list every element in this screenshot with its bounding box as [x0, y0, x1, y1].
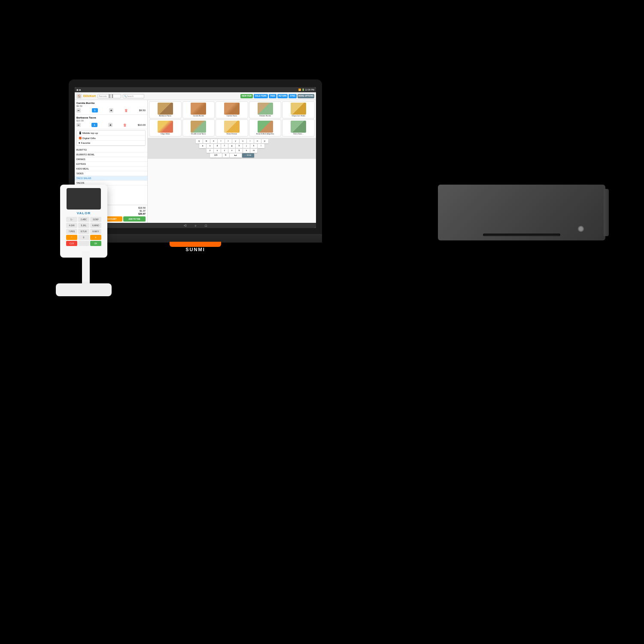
category-burrito[interactable]: BURITTO	[75, 148, 147, 152]
app-logo: EEkiKart	[83, 94, 96, 97]
list-item[interactable]: Chicken Burrito	[249, 101, 282, 118]
key-g[interactable]: g	[228, 144, 235, 148]
status-left: ▣ ◉	[76, 88, 81, 91]
key-v[interactable]: v	[228, 149, 235, 153]
key-space[interactable]: ⌴	[230, 153, 242, 158]
key-w[interactable]: w	[203, 139, 210, 143]
key-o[interactable]: o	[254, 139, 261, 143]
key-special[interactable]: !#	[222, 153, 229, 158]
return-button[interactable]: RETURN	[277, 94, 288, 98]
key-e[interactable]: e	[210, 139, 217, 143]
list-item[interactable]: Extra Guac...	[282, 119, 315, 137]
key-p[interactable]: p	[261, 139, 268, 143]
list-item[interactable]: Extra Grilled Jalapeños	[249, 119, 282, 137]
gift-icon: 🎁	[79, 137, 82, 140]
tax-value: $1.37	[140, 210, 146, 212]
key-a[interactable]: a	[199, 144, 206, 148]
reader-key-9[interactable]: 9.WXY	[90, 229, 101, 234]
subtotal-value: $19.50	[138, 207, 146, 209]
scene: ▣ ◉ 📶 🔋 12:38 PM 🏠 EEkiKart Barco	[0, 0, 644, 644]
home-button[interactable]: 🏠	[76, 94, 82, 99]
key-y[interactable]: y	[232, 139, 239, 143]
reader-key-8[interactable]: 8.TUV	[78, 229, 89, 234]
barcode-input[interactable]: Barcode ▐║▌	[97, 94, 121, 98]
barcode-icon: ▐║▌	[108, 94, 114, 97]
reader-key-2[interactable]: 2.ABC	[78, 217, 89, 222]
category-drinks[interactable]: DRINKS	[75, 157, 147, 162]
monitor-brand-label: SUNMI	[185, 247, 205, 252]
qty-increase-button[interactable]: +	[109, 108, 113, 112]
status-bar: ▣ ◉ 📶 🔋 12:38 PM	[75, 87, 316, 92]
category-sides[interactable]: SIDES	[75, 171, 147, 176]
list-item[interactable]: Chips-Corn Salsa	[282, 101, 315, 118]
digital-gifts-item[interactable]: 🎁 Digital Gifts	[77, 136, 145, 141]
favorites-item[interactable]: ♥ Favorite	[77, 141, 145, 146]
sale-items-button[interactable]: SALE ITEMS	[254, 94, 268, 98]
qty-decrease-button[interactable]: −	[76, 123, 81, 127]
reader-key-0[interactable]: 0	[78, 235, 89, 240]
key-c[interactable]: c	[221, 149, 228, 153]
key-123[interactable]: 123	[210, 153, 222, 158]
list-item[interactable]: Carnita Tacos	[216, 101, 248, 118]
cart-item-total: $9.50	[139, 109, 146, 112]
reader-key-3[interactable]: 3.DEF	[90, 217, 101, 222]
reader-key-hash[interactable]: #	[90, 235, 101, 240]
list-item[interactable]: Double meat Tacos	[182, 119, 215, 137]
key-d[interactable]: d	[214, 144, 221, 148]
category-burrito-bowl[interactable]: BURRITO BOWL	[75, 152, 147, 157]
reader-key-star[interactable]: *	[66, 235, 77, 240]
nav-bar: 🏠 EEkiKart Barcode ▐║▌ 🔍 Search NEW ITEM	[75, 92, 316, 100]
sync-button[interactable]: SYNC	[289, 94, 297, 98]
key-l[interactable]: l	[258, 144, 264, 148]
qty-increase-button[interactable]: +	[108, 123, 112, 127]
item-label: Barbacoa Tacos	[159, 115, 171, 117]
key-r[interactable]: r	[218, 139, 225, 143]
category-extras[interactable]: EXTRAS	[75, 162, 147, 167]
reader-key-6[interactable]: 6.MNO	[90, 223, 101, 228]
list-item[interactable]: Barbacoa Tacos	[149, 101, 182, 118]
key-n[interactable]: n	[243, 149, 250, 153]
back-button[interactable]: ◁	[184, 224, 186, 227]
reader-screen	[67, 188, 101, 210]
list-item[interactable]: Chips-Salsa	[149, 119, 182, 137]
recents-button[interactable]: □	[205, 224, 207, 227]
reader-key-4[interactable]: 4.GHI	[66, 223, 77, 228]
reader-key-7[interactable]: 7.PRS	[66, 229, 77, 234]
add-to-tab-button[interactable]: ADD TO TAB	[123, 216, 146, 222]
reader-key-5[interactable]: 5.JKL	[78, 223, 89, 228]
home-nav-button[interactable]: ○	[194, 224, 196, 227]
search-input[interactable]: 🔍 Search	[123, 94, 144, 98]
key-h[interactable]: h	[236, 144, 243, 148]
more-options-button[interactable]: MORE OPTIONS	[298, 94, 314, 98]
category-kids-meal[interactable]: KIDS MEAL	[75, 167, 147, 171]
key-t[interactable]: t	[225, 139, 232, 143]
key-u[interactable]: u	[240, 139, 246, 143]
reader-key-ok[interactable]: OK	[90, 241, 101, 246]
key-m[interactable]: m	[250, 149, 257, 153]
key-q[interactable]: q	[196, 139, 203, 143]
list-item[interactable]: Extra Cheese	[216, 119, 248, 137]
key-b[interactable]: b	[236, 149, 243, 153]
items-panel: Barbacoa Tacos Carnita Burrito Carnita T…	[148, 100, 316, 223]
reader-key-cancel[interactable]: CLR	[66, 241, 77, 246]
tabs-button[interactable]: TABS	[269, 94, 276, 98]
keyboard-row-2: a s d f g h j k l	[149, 144, 315, 148]
cart-item-price: $9.50	[76, 105, 146, 107]
drawer-lock	[578, 226, 584, 232]
qty-decrease-button[interactable]: −	[76, 108, 81, 112]
delete-item-button[interactable]: 🗑	[123, 123, 127, 127]
key-j[interactable]: j	[243, 144, 250, 148]
key-k[interactable]: k	[250, 144, 257, 148]
delete-item-button[interactable]: 🗑	[125, 109, 128, 112]
new-item-button[interactable]: NEW ITEM	[240, 94, 253, 98]
key-i[interactable]: i	[247, 139, 254, 143]
mobile-topup-item[interactable]: 📱 Mobile top up	[77, 131, 145, 136]
key-z[interactable]: z	[207, 149, 213, 153]
key-f[interactable]: f	[221, 144, 228, 148]
list-item[interactable]: Carnita Burrito	[182, 101, 215, 118]
key-enter[interactable]: ← Enter	[242, 153, 254, 158]
key-s[interactable]: s	[207, 144, 213, 148]
reader-key-1[interactable]: 1.-	[66, 217, 77, 222]
keyboard-row-4: 123 !# ⌴ ← Enter	[149, 153, 315, 158]
key-x[interactable]: x	[214, 149, 221, 153]
